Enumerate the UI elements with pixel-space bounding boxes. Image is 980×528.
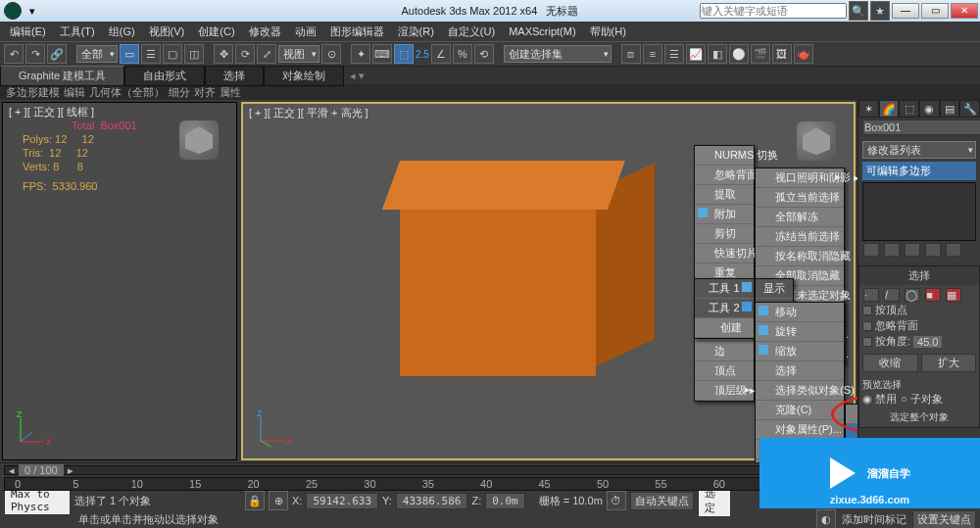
viewport-left[interactable]: [ + ][ 正交 ][ 线框 ] Total Box001 Polys: 12… bbox=[2, 102, 237, 460]
modifier-stack-list[interactable] bbox=[862, 182, 976, 241]
ctx-create[interactable]: 创建 bbox=[695, 318, 754, 338]
snap-toggle-button[interactable]: ⬚ bbox=[394, 44, 414, 64]
qat-arrow[interactable]: ▾ bbox=[29, 5, 35, 18]
ctx-toplevel[interactable]: 顶层级 ▸ bbox=[695, 381, 754, 401]
grow-button[interactable]: 扩大 bbox=[921, 354, 977, 372]
window-crossing-button[interactable]: ◫ bbox=[184, 44, 204, 64]
rollout-selection-header[interactable]: 选择 bbox=[859, 266, 979, 285]
chk-by-angle[interactable]: 按角度: 45.0 bbox=[862, 334, 976, 349]
ribbon-expand-icon[interactable]: ◂ ▾ bbox=[350, 70, 365, 82]
menu-modifiers[interactable]: 修改器 bbox=[243, 23, 287, 41]
menu-create[interactable]: 创建(C) bbox=[192, 23, 240, 41]
scale-button[interactable]: ⤢ bbox=[257, 44, 276, 64]
radio-subobj[interactable]: ○ 子对象 bbox=[901, 392, 943, 407]
keyboard-shortcut-button[interactable]: ⌨ bbox=[372, 44, 392, 64]
object-name-input[interactable] bbox=[862, 120, 980, 135]
graphite-tab-modeling[interactable]: Graphite 建模工具 bbox=[0, 66, 124, 86]
graphite-tab-selection[interactable]: 选择 bbox=[205, 66, 264, 86]
menu-help[interactable]: 帮助(H) bbox=[584, 23, 632, 41]
stack-remove-button[interactable] bbox=[925, 243, 941, 257]
viewcube-icon[interactable] bbox=[179, 120, 219, 160]
select-region-button[interactable]: ▢ bbox=[163, 44, 182, 64]
stack-pin-button[interactable] bbox=[863, 243, 879, 257]
undo-button[interactable]: ↶ bbox=[4, 44, 24, 64]
auto-key-button[interactable]: 自动关键点 bbox=[630, 492, 694, 510]
chk-by-vertex[interactable]: 按顶点 bbox=[862, 303, 976, 317]
align-button[interactable]: ≡ bbox=[643, 44, 662, 64]
schematic-button[interactable]: ◧ bbox=[708, 44, 727, 64]
select-by-name-button[interactable]: ☰ bbox=[141, 44, 161, 64]
subobj-element-button[interactable]: ▦ bbox=[946, 288, 961, 302]
subtab-polymodel[interactable]: 多边形建模 bbox=[6, 85, 60, 100]
viewcube-icon[interactable] bbox=[797, 121, 836, 161]
minimize-button[interactable]: — bbox=[892, 3, 919, 19]
stack-unique-button[interactable] bbox=[905, 243, 920, 257]
cmd-tab-hierarchy[interactable]: ⬚ bbox=[899, 100, 919, 118]
ctx-unhide-name[interactable]: 按名称取消隐藏 bbox=[756, 247, 844, 266]
ctx-unfreeze-all[interactable]: 全部解冻 bbox=[756, 208, 844, 227]
app-icon[interactable] bbox=[4, 2, 22, 20]
stack-show-button[interactable] bbox=[884, 243, 900, 257]
menu-animation[interactable]: 动画 bbox=[289, 23, 322, 41]
modifier-list-combo[interactable]: 修改器列表 bbox=[862, 141, 976, 159]
percent-snap-button[interactable]: % bbox=[453, 44, 472, 64]
add-time-tag[interactable]: 添加时间标记 bbox=[842, 512, 906, 527]
angle-snap-button[interactable]: ∠ bbox=[431, 44, 451, 64]
ctx-rotate[interactable]: 旋转 bbox=[756, 322, 844, 342]
mirror-button[interactable]: ⧈ bbox=[621, 44, 641, 64]
coord-display-toggle[interactable]: ⊕ bbox=[269, 491, 288, 510]
curve-editor-button[interactable]: 📈 bbox=[686, 44, 706, 64]
graphite-tab-paint[interactable]: 对象绘制 bbox=[264, 66, 344, 86]
cmd-tab-create[interactable]: ✶ bbox=[858, 100, 879, 118]
ctx-nurms[interactable]: NURMS 切换 bbox=[695, 146, 754, 166]
subtab-edit[interactable]: 编辑 bbox=[64, 85, 85, 100]
render-setup-button[interactable]: 🎬 bbox=[751, 44, 770, 64]
cmd-tab-modify[interactable]: 🌈 bbox=[879, 100, 900, 118]
rotate-button[interactable]: ⟳ bbox=[235, 44, 255, 64]
menu-customize[interactable]: 自定义(U) bbox=[442, 23, 501, 41]
radio-disable[interactable]: ◉ 禁用 bbox=[862, 392, 897, 407]
menu-graph[interactable]: 图形编辑器 bbox=[324, 23, 390, 41]
isolate-toggle-icon[interactable]: ◐ bbox=[816, 509, 836, 528]
render-button[interactable]: 🫖 bbox=[794, 44, 813, 64]
menu-group[interactable]: 组(G) bbox=[103, 23, 141, 41]
ctx-select-similar[interactable]: 选择类似对象(S) bbox=[756, 381, 844, 401]
ctx-select[interactable]: 选择 bbox=[756, 361, 844, 381]
subtab-align[interactable]: 对齐 bbox=[194, 85, 216, 100]
subtab-props[interactable]: 属性 bbox=[220, 85, 241, 100]
redo-button[interactable]: ↷ bbox=[25, 44, 45, 64]
menu-edit[interactable]: 编辑(E) bbox=[4, 23, 52, 41]
menu-render[interactable]: 渲染(R) bbox=[392, 23, 440, 41]
subtab-subdiv[interactable]: 细分 bbox=[169, 85, 190, 100]
ctx-quickslice[interactable]: 快速切片 bbox=[695, 244, 754, 264]
subobj-vertex-button[interactable]: · bbox=[863, 288, 879, 302]
lock-selection-icon[interactable]: 🔒 bbox=[245, 491, 265, 510]
ctx-edge[interactable]: 边 bbox=[695, 342, 754, 361]
ctx-vp-lighting[interactable]: 视口照明和阴影 ▸ bbox=[756, 168, 844, 188]
modifier-stack-item[interactable]: 可编辑多边形 bbox=[862, 162, 976, 180]
ctx-isolate[interactable]: 孤立当前选择 bbox=[756, 188, 844, 208]
ctx-attach[interactable]: 附加 bbox=[695, 205, 754, 224]
ctx-extract[interactable]: 提取 bbox=[695, 185, 754, 205]
subobj-polygon-button[interactable]: ■ bbox=[925, 288, 941, 302]
cmd-tab-motion[interactable]: ◉ bbox=[919, 100, 940, 118]
cmd-tab-utilities[interactable]: 🔧 bbox=[959, 100, 980, 118]
use-pivot-button[interactable]: ⊙ bbox=[321, 44, 341, 64]
select-object-button[interactable]: ▭ bbox=[120, 44, 139, 64]
help-search-input[interactable] bbox=[700, 3, 847, 19]
selection-filter-combo[interactable]: 全部 bbox=[76, 45, 118, 63]
scene-box-object[interactable] bbox=[400, 161, 655, 386]
cmd-tab-display[interactable]: ▤ bbox=[940, 100, 960, 118]
move-button[interactable]: ✥ bbox=[214, 44, 233, 64]
ctx-cut[interactable]: 剪切 bbox=[695, 224, 754, 244]
ref-coord-combo[interactable]: 视图 bbox=[278, 45, 319, 63]
subobj-border-button[interactable]: ◯ bbox=[905, 288, 920, 302]
set-key-button[interactable]: 设置关键点 bbox=[912, 510, 976, 529]
menu-maxscript[interactable]: MAXScript(M) bbox=[503, 24, 581, 39]
ctx-freeze-sel[interactable]: 冻结当前选择 bbox=[756, 227, 844, 247]
viewport-perspective[interactable]: [ + ][ 正交 ][ 平滑 + 高光 ] xz NURMS 切换 忽略背面 … bbox=[241, 102, 856, 460]
time-config-button[interactable]: ⏱ bbox=[607, 491, 626, 510]
shrink-button[interactable]: 收缩 bbox=[862, 354, 918, 372]
star-button[interactable]: ★ bbox=[870, 1, 890, 21]
ctx-move[interactable]: 移动 bbox=[756, 303, 844, 322]
